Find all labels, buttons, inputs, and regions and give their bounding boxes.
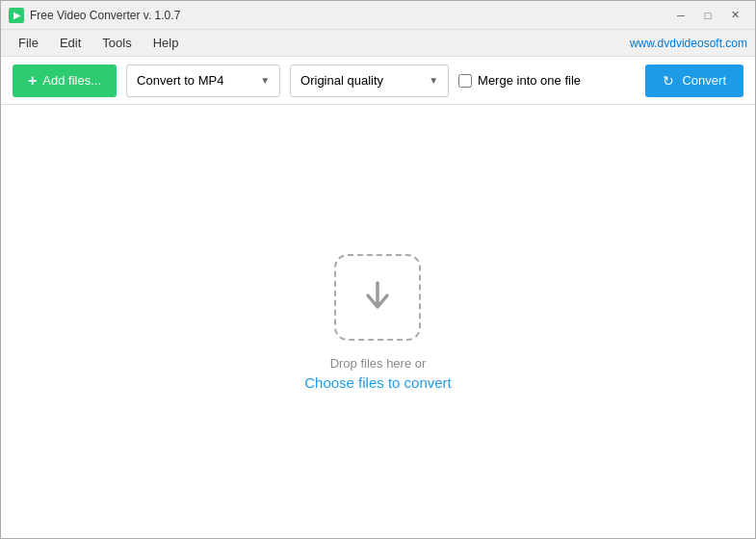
download-arrow-svg [358,278,397,317]
website-link[interactable]: www.dvdvideosoft.com [630,37,747,50]
drop-text-area: Drop files here or Choose files to conve… [304,356,452,391]
window-controls: ─ □ ✕ [668,5,747,26]
quality-dropdown[interactable]: Original quality ▼ [290,64,449,97]
menu-edit[interactable]: Edit [50,32,91,54]
drop-icon-container [334,254,421,341]
quality-selected-value: Original quality [300,73,383,88]
menu-bar: File Edit Tools Help www.dvdvideosoft.co… [1,30,755,57]
merge-label: Merge into one file [478,73,581,88]
quality-dropdown-arrow: ▼ [429,75,438,86]
convert-label: Convert [682,73,726,88]
format-dropdown[interactable]: Convert to MP4 ▼ [126,64,280,97]
drop-zone: Drop files here or Choose files to conve… [304,254,452,391]
plus-icon: + [28,73,37,89]
app-icon: ▶ [9,8,24,23]
drop-arrow-icon [358,278,397,317]
refresh-icon: ↻ [663,73,674,89]
choose-files-link[interactable]: Choose files to convert [304,374,452,391]
merge-checkbox-input[interactable] [458,74,472,88]
format-dropdown-arrow: ▼ [260,75,270,86]
minimize-button[interactable]: ─ [668,5,693,26]
add-files-button[interactable]: + Add files... [13,64,117,97]
close-button[interactable]: ✕ [722,5,747,26]
menu-file[interactable]: File [9,32,48,54]
convert-button[interactable]: ↻ Convert [645,64,743,97]
title-bar-left: ▶ Free Video Converter v. 1.0.7 [9,8,180,23]
toolbar: + Add files... Convert to MP4 ▼ Original… [1,57,755,105]
menu-items: File Edit Tools Help [9,32,188,54]
format-selected-value: Convert to MP4 [137,73,223,88]
add-files-label: Add files... [42,73,101,88]
maximize-button[interactable]: □ [695,5,720,26]
drop-hint-text: Drop files here or [330,356,427,371]
app-title: Free Video Converter v. 1.0.7 [30,9,180,22]
app-icon-letter: ▶ [13,11,20,20]
main-content: Drop files here or Choose files to conve… [1,105,755,539]
title-bar: ▶ Free Video Converter v. 1.0.7 ─ □ ✕ [1,1,755,30]
merge-checkbox-label[interactable]: Merge into one file [458,73,581,88]
menu-help[interactable]: Help [143,32,189,54]
menu-tools[interactable]: Tools [92,32,141,54]
